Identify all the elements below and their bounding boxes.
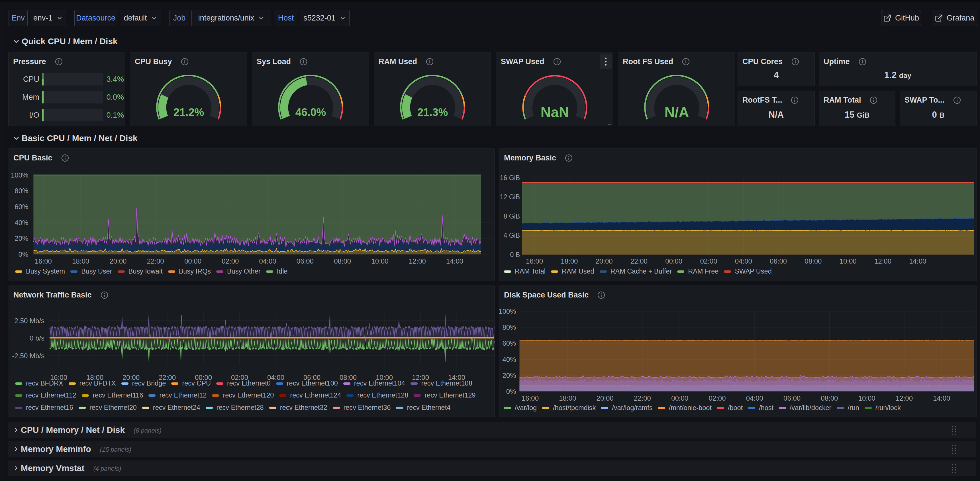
svg-text:08:00: 08:00 — [805, 257, 822, 265]
svg-text:04:00: 04:00 — [735, 257, 752, 265]
svg-text:0 b/s: 0 b/s — [30, 334, 45, 342]
svg-text:12:00: 12:00 — [874, 257, 891, 265]
svg-text:18:00: 18:00 — [561, 257, 578, 265]
svg-text:02:00: 02:00 — [222, 257, 239, 265]
svg-text:12:00: 12:00 — [409, 257, 426, 265]
svg-text:10:00: 10:00 — [858, 394, 875, 402]
svg-text:04:00: 04:00 — [259, 257, 276, 265]
svg-text:40%: 40% — [502, 356, 516, 363]
svg-text:0%: 0% — [506, 387, 516, 395]
svg-text:0 B: 0 B — [510, 251, 520, 258]
svg-text:46.0%: 46.0% — [296, 106, 326, 118]
svg-text:2.50 Mb/s: 2.50 Mb/s — [14, 317, 45, 325]
svg-text:40%: 40% — [14, 219, 28, 226]
svg-text:100%: 100% — [500, 307, 516, 315]
svg-text:06:00: 06:00 — [297, 257, 313, 265]
svg-text:22:00: 22:00 — [634, 394, 651, 402]
svg-text:4 GiB: 4 GiB — [503, 232, 520, 239]
svg-text:10:00: 10:00 — [371, 257, 388, 265]
svg-text:22:00: 22:00 — [630, 257, 648, 265]
svg-text:20:00: 20:00 — [597, 394, 614, 402]
svg-text:N/A: N/A — [664, 104, 689, 120]
svg-text:100%: 100% — [11, 171, 28, 179]
svg-text:20:00: 20:00 — [110, 257, 126, 265]
svg-text:8 GiB: 8 GiB — [503, 213, 520, 220]
svg-text:20%: 20% — [14, 234, 28, 242]
svg-text:10:00: 10:00 — [840, 257, 857, 265]
svg-text:0%: 0% — [19, 250, 29, 258]
svg-text:21.3%: 21.3% — [417, 106, 448, 118]
svg-text:06:00: 06:00 — [783, 394, 800, 402]
svg-text:08:00: 08:00 — [821, 394, 838, 402]
svg-text:20%: 20% — [502, 371, 516, 379]
svg-text:16:00: 16:00 — [35, 257, 52, 265]
svg-text:04:00: 04:00 — [746, 394, 763, 402]
svg-text:16:00: 16:00 — [522, 394, 539, 402]
svg-text:22:00: 22:00 — [147, 257, 164, 265]
svg-text:80%: 80% — [502, 323, 516, 331]
svg-text:00:00: 00:00 — [665, 257, 682, 265]
svg-text:02:00: 02:00 — [700, 257, 717, 265]
svg-text:14:00: 14:00 — [446, 257, 463, 265]
svg-text:06:00: 06:00 — [770, 257, 787, 265]
svg-text:18:00: 18:00 — [559, 394, 576, 402]
svg-text:12:00: 12:00 — [896, 394, 913, 402]
svg-text:-2.50 Mb/s: -2.50 Mb/s — [12, 352, 45, 360]
svg-text:16 GiB: 16 GiB — [500, 174, 520, 182]
svg-text:60%: 60% — [502, 339, 516, 347]
svg-text:08:00: 08:00 — [334, 257, 351, 265]
svg-text:18:00: 18:00 — [72, 257, 89, 265]
svg-text:60%: 60% — [14, 203, 28, 210]
svg-text:14:00: 14:00 — [933, 394, 950, 402]
svg-text:20:00: 20:00 — [596, 257, 613, 265]
svg-text:NaN: NaN — [541, 104, 569, 120]
svg-text:12 GiB: 12 GiB — [500, 193, 520, 201]
svg-text:00:00: 00:00 — [184, 257, 201, 265]
svg-text:80%: 80% — [14, 187, 28, 194]
svg-text:00:00: 00:00 — [671, 394, 688, 402]
svg-text:02:00: 02:00 — [708, 394, 725, 402]
svg-text:21.2%: 21.2% — [173, 106, 204, 118]
svg-text:14:00: 14:00 — [909, 257, 926, 265]
svg-text:16:00: 16:00 — [526, 257, 543, 265]
